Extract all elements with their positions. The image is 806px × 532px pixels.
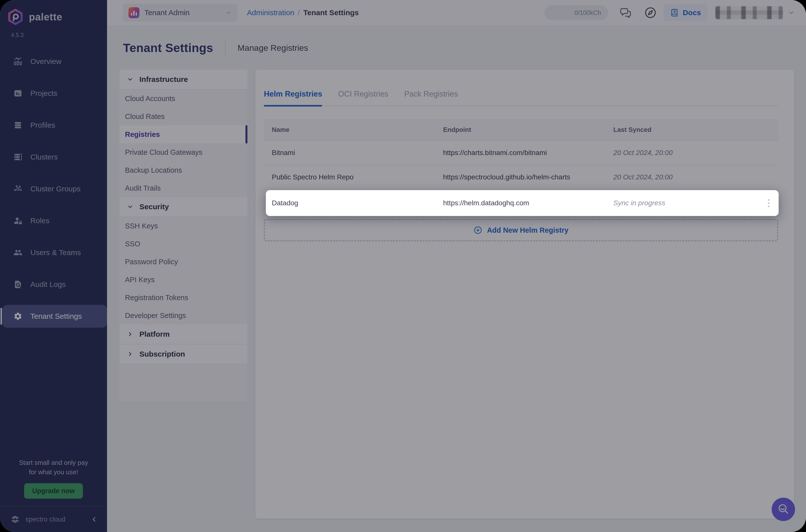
settings-nav: Infrastructure Cloud Accounts Cloud Rate… (119, 70, 247, 401)
plus-circle-icon (473, 226, 482, 235)
breadcrumb-current: Tenant Settings (303, 8, 359, 17)
settings-item-cloud-rates[interactable]: Cloud Rates (119, 108, 247, 126)
settings-item-password-policy[interactable]: Password Policy (119, 253, 247, 271)
chat-bubbles-icon (619, 6, 632, 19)
compass-icon (644, 6, 657, 19)
tenant-scope-selector[interactable]: Tenant Admin (123, 4, 238, 22)
tenant-scope-label: Tenant Admin (144, 8, 190, 17)
docs-button-label: Docs (683, 8, 701, 17)
settings-group-label: Security (139, 203, 169, 211)
settings-item-audit-trails[interactable]: Audit Trails (119, 179, 247, 197)
table-row[interactable]: Public Spectro Helm Repo https://spectro… (264, 165, 778, 190)
settings-group-infrastructure[interactable]: Infrastructure (119, 70, 247, 90)
settings-group-label: Subscription (139, 350, 185, 358)
chevron-down-icon (225, 9, 232, 16)
settings-group-security[interactable]: Security (119, 197, 247, 217)
chevron-down-icon (127, 76, 133, 82)
sidebar-item-clusters[interactable]: Clusters (0, 141, 107, 173)
sidebar-menu: Overview Projects Profiles (0, 45, 107, 332)
settings-item-cloud-accounts[interactable]: Cloud Accounts (119, 90, 247, 108)
overview-chart-icon (14, 57, 22, 66)
sidebar-item-label: Users & Teams (30, 248, 81, 257)
chat-button[interactable] (619, 6, 632, 19)
chevron-left-icon (91, 516, 98, 523)
user-menu-chevron[interactable] (788, 9, 795, 16)
breadcrumb-separator: / (298, 8, 300, 17)
add-new-helm-registry-label: Add New Helm Registry (487, 226, 568, 234)
profiles-stack-icon (14, 121, 22, 130)
sidebar-item-users-teams[interactable]: Users & Teams (0, 236, 107, 268)
table-header: Name Endpoint Last Synced (264, 119, 778, 141)
breadcrumb: Administration / Tenant Settings (247, 8, 359, 17)
sidebar-item-roles[interactable]: Roles (0, 205, 107, 236)
registry-endpoint: https://helm.datadoghq.com (443, 199, 613, 207)
registry-last-synced: 20 Oct 2024, 20:00 (613, 149, 758, 157)
sidebar-item-label: Cluster Groups (30, 185, 81, 193)
settings-item-private-cloud-gateways[interactable]: Private Cloud Gateways (119, 143, 247, 161)
page-subtitle: Manage Registries (238, 43, 308, 53)
registry-sync-status: Sync in progress (613, 199, 759, 207)
add-new-helm-registry-button[interactable]: Add New Helm Registry (264, 219, 778, 241)
column-header-endpoint: Endpoint (443, 126, 613, 134)
upgrade-now-button[interactable]: Upgrade now (24, 483, 83, 499)
settings-item-registries[interactable]: Registries (119, 126, 247, 143)
app-window: palette 4.5.3 Overview (0, 0, 806, 532)
registry-endpoint: https://spectrocloud.github.io/helm-char… (443, 173, 613, 181)
settings-item-sso[interactable]: SSO (119, 235, 247, 253)
docs-button[interactable]: Docs (663, 4, 708, 21)
registry-name: Datadog (272, 199, 443, 207)
breadcrumb-administration-link[interactable]: Administration (247, 8, 294, 17)
settings-item-ssh-keys[interactable]: SSH Keys (119, 217, 247, 235)
chevron-down-icon (788, 9, 795, 16)
page-header: Tenant Settings Manage Registries (107, 26, 806, 70)
settings-item-developer-settings[interactable]: Developer Settings (119, 307, 247, 324)
settings-item-api-keys[interactable]: API Keys (119, 271, 247, 289)
spectro-cloud-logo-icon (10, 514, 20, 525)
audit-logs-icon (14, 280, 22, 289)
row-actions-kebab-button[interactable] (766, 197, 772, 209)
registry-name: Bitnami (272, 149, 443, 157)
sidebar-item-projects[interactable]: Projects (0, 77, 107, 109)
settings-item-registration-tokens[interactable]: Registration Tokens (119, 289, 247, 307)
page-title: Tenant Settings (123, 41, 213, 55)
gear-icon (14, 312, 22, 321)
footer-brand-name: spectro cloud (25, 516, 65, 523)
promo-line-1: Start small and only pay (7, 458, 100, 467)
sidebar-item-label: Tenant Settings (30, 312, 82, 321)
tab-helm-registries[interactable]: Helm Registries (264, 90, 322, 106)
sidebar-item-label: Clusters (30, 153, 58, 161)
registries-tabs: Helm Registries OCI Registries Pack Regi… (264, 70, 778, 106)
sidebar-collapse-button[interactable] (91, 516, 98, 523)
top-bar-actions: 0/100kCh (544, 4, 795, 21)
title-divider (225, 39, 226, 56)
settings-group-platform[interactable]: Platform (119, 324, 247, 344)
sidebar-item-tenant-settings[interactable]: Tenant Settings (0, 300, 107, 332)
table-row-highlighted-datadog[interactable]: Datadog https://helm.datadoghq.com Sync … (266, 190, 779, 216)
app-version: 4.5.3 (0, 26, 107, 39)
user-menu[interactable] (715, 6, 783, 19)
compass-button[interactable] (644, 6, 657, 19)
tab-oci-registries[interactable]: OCI Registries (338, 90, 388, 106)
sidebar-item-profiles[interactable]: Profiles (0, 109, 107, 141)
settings-item-backup-locations[interactable]: Backup Locations (119, 161, 247, 179)
sidebar-item-label: Audit Logs (30, 280, 66, 289)
clusters-server-icon (14, 153, 22, 162)
sidebar-item-label: Projects (30, 89, 57, 97)
usage-quota-pill: 0/100kCh (544, 5, 608, 20)
content-area: Infrastructure Cloud Accounts Cloud Rate… (107, 70, 806, 532)
registry-endpoint: https://charts.bitnami.com/bitnami (443, 149, 613, 157)
sidebar: palette 4.5.3 Overview (0, 0, 107, 532)
sidebar-item-cluster-groups[interactable]: Cluster Groups (0, 173, 107, 205)
search-fab-button[interactable] (772, 498, 795, 521)
table-row[interactable]: Bitnami https://charts.bitnami.com/bitna… (264, 141, 778, 165)
tenant-scope-chart-icon (128, 7, 139, 18)
settings-group-subscription[interactable]: Subscription (119, 344, 247, 364)
tab-pack-registries[interactable]: Pack Registries (404, 90, 458, 106)
sidebar-item-overview[interactable]: Overview (0, 45, 107, 77)
column-header-name: Name (272, 126, 443, 134)
search-smile-icon (777, 503, 790, 516)
brand-logo: palette (0, 0, 107, 26)
upgrade-promo: Start small and only pay for what you us… (0, 458, 107, 477)
sidebar-item-audit-logs[interactable]: Audit Logs (0, 268, 107, 300)
registry-last-synced: 20 Oct 2024, 20:00 (613, 173, 758, 181)
